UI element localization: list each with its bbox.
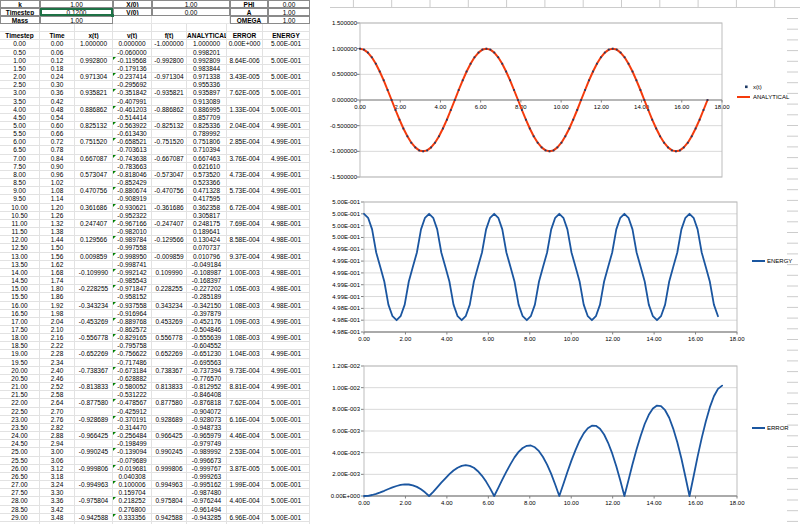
table-cell[interactable]: 7.62E-005 xyxy=(227,89,263,97)
table-cell[interactable]: -0.580052 xyxy=(113,383,152,391)
table-cell[interactable]: 8.64E-006 xyxy=(227,57,263,65)
table-cell[interactable]: 3.24 xyxy=(40,481,75,489)
table-cell[interactable]: -0.958152 xyxy=(113,293,152,301)
table-cell[interactable] xyxy=(152,506,187,514)
table-cell[interactable]: 2.85E-004 xyxy=(227,138,263,146)
table-cell[interactable]: 26.50 xyxy=(0,473,40,481)
table-cell[interactable]: 0.248175 xyxy=(187,220,227,228)
table-cell[interactable]: -0.862572 xyxy=(113,326,152,334)
table-cell[interactable]: -0.514414 xyxy=(113,114,152,122)
table-cell[interactable] xyxy=(263,146,310,154)
table-cell[interactable]: 0.971338 xyxy=(187,73,227,81)
table-cell[interactable] xyxy=(152,342,187,350)
table-cell[interactable] xyxy=(152,163,187,171)
table-cell[interactable] xyxy=(263,424,310,432)
table-cell[interactable] xyxy=(263,326,310,334)
table-cell[interactable]: 5.00E-001 xyxy=(263,465,310,473)
table-cell[interactable]: -0.889768 xyxy=(113,318,152,326)
table-cell[interactable]: -1.000000 xyxy=(152,40,187,48)
table-cell[interactable]: -0.461203 xyxy=(113,106,152,114)
table-cell[interactable]: 11.50 xyxy=(0,228,40,236)
table-cell[interactable] xyxy=(263,293,310,301)
table-cell[interactable] xyxy=(263,81,310,89)
table-cell[interactable]: 4.00 xyxy=(0,106,40,114)
param-label[interactable]: k xyxy=(0,0,40,8)
table-cell[interactable]: 5.00 xyxy=(0,122,40,130)
table-cell[interactable]: 18.50 xyxy=(0,342,40,350)
table-cell[interactable]: 0.417595 xyxy=(187,195,227,203)
table-cell[interactable]: 0.00E+000 xyxy=(227,40,263,48)
table-cell[interactable] xyxy=(227,473,263,481)
table-cell[interactable]: 0.751520 xyxy=(75,138,113,146)
table-cell[interactable]: 4.98E-001 xyxy=(263,269,310,277)
table-cell[interactable]: 17.50 xyxy=(0,326,40,334)
table-cell[interactable] xyxy=(75,408,113,416)
table-cell[interactable]: -0.908919 xyxy=(113,195,152,203)
table-cell[interactable]: 8.58E-004 xyxy=(227,236,263,244)
table-cell[interactable]: 0.471328 xyxy=(187,187,227,195)
table-cell[interactable]: 3.12 xyxy=(40,465,75,473)
table-cell[interactable]: 12.00 xyxy=(0,236,40,244)
table-cell[interactable]: 0.935897 xyxy=(187,89,227,97)
param-label[interactable]: OMEGA xyxy=(230,16,268,24)
table-cell[interactable]: 25.50 xyxy=(0,457,40,465)
table-cell[interactable]: 0.886995 xyxy=(187,106,227,114)
table-cell[interactable]: 1.14 xyxy=(40,195,75,203)
table-cell[interactable] xyxy=(263,98,310,106)
table-cell[interactable]: 0.523366 xyxy=(187,179,227,187)
table-cell[interactable]: -0.738367 xyxy=(75,367,113,375)
param-value[interactable] xyxy=(152,16,230,24)
table-cell[interactable]: -0.998741 xyxy=(113,261,152,269)
table-cell[interactable]: -0.628882 xyxy=(113,375,152,383)
table-cell[interactable]: -0.168397 xyxy=(187,277,227,285)
table-cell[interactable]: 2.28 xyxy=(40,350,75,358)
table-cell[interactable]: -0.877580 xyxy=(75,399,113,407)
table-cell[interactable]: -0.948733 xyxy=(187,424,227,432)
table-cell[interactable] xyxy=(75,440,113,448)
table-cell[interactable]: 6.72E-004 xyxy=(227,204,263,212)
table-cell[interactable]: 27.50 xyxy=(0,489,40,497)
table-cell[interactable]: -0.049184 xyxy=(187,261,227,269)
table-cell[interactable]: 5.00E-001 xyxy=(263,448,310,456)
table-cell[interactable]: 0.040308 xyxy=(113,473,152,481)
table-cell[interactable]: -0.555639 xyxy=(187,334,227,342)
spacer-cell[interactable] xyxy=(263,24,310,32)
table-cell[interactable]: 5.00E-001 xyxy=(263,497,310,505)
table-cell[interactable] xyxy=(227,489,263,497)
param-value[interactable]: 0.00 xyxy=(268,0,310,8)
table-cell[interactable] xyxy=(75,228,113,236)
table-cell[interactable]: -0.985543 xyxy=(113,277,152,285)
table-cell[interactable]: 0.751806 xyxy=(187,138,227,146)
table-cell[interactable]: 4.99E-001 xyxy=(263,350,310,358)
spacer-cell[interactable] xyxy=(227,24,263,32)
table-cell[interactable]: -0.987480 xyxy=(187,489,227,497)
table-cell[interactable]: 0.999806 xyxy=(152,465,187,473)
table-cell[interactable]: -0.996673 xyxy=(187,457,227,465)
table-cell[interactable]: 2.53E-004 xyxy=(227,448,263,456)
table-cell[interactable] xyxy=(227,228,263,236)
table-cell[interactable]: -0.995162 xyxy=(187,481,227,489)
table-cell[interactable]: 25.00 xyxy=(0,448,40,456)
table-cell[interactable]: 2.76 xyxy=(40,416,75,424)
table-cell[interactable]: 24.50 xyxy=(0,440,40,448)
table-cell[interactable] xyxy=(75,489,113,497)
param-value[interactable]: 1.00 xyxy=(40,16,113,24)
table-cell[interactable] xyxy=(227,326,263,334)
table-cell[interactable]: 4.50 xyxy=(0,114,40,122)
table-cell[interactable]: 20.00 xyxy=(0,367,40,375)
table-cell[interactable]: 0.453269 xyxy=(152,318,187,326)
table-cell[interactable]: 0.24 xyxy=(40,73,75,81)
table-cell[interactable] xyxy=(152,473,187,481)
table-cell[interactable]: 0.975804 xyxy=(152,497,187,505)
table-cell[interactable] xyxy=(75,277,113,285)
table-cell[interactable]: 2.34 xyxy=(40,359,75,367)
table-cell[interactable]: 2.46 xyxy=(40,375,75,383)
table-cell[interactable] xyxy=(227,440,263,448)
table-cell[interactable]: -0.975804 xyxy=(75,497,113,505)
column-header[interactable]: ERROR xyxy=(227,32,263,40)
table-cell[interactable]: -0.992142 xyxy=(113,269,152,277)
table-cell[interactable]: -0.961494 xyxy=(187,506,227,514)
table-cell[interactable]: 1.56 xyxy=(40,253,75,261)
table-cell[interactable]: -0.652269 xyxy=(75,350,113,358)
table-cell[interactable]: 1.04E-003 xyxy=(227,350,263,358)
